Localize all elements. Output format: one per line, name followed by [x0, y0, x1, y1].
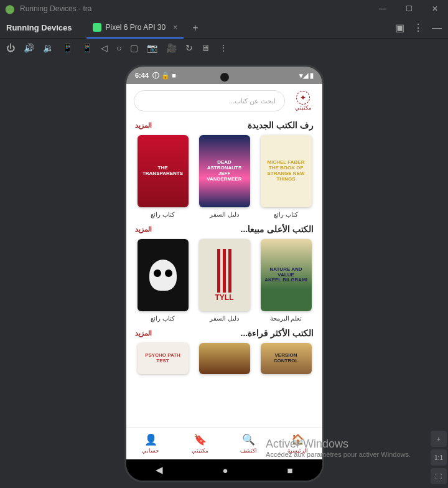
window-title: Running Devices - tra — [20, 4, 91, 13]
rotate-left-icon[interactable]: 📱 — [62, 43, 73, 53]
book-cover: PSYCHO PATH TEST — [138, 343, 189, 374]
android-nav-bar: ◀ ● ■ — [126, 459, 322, 481]
more-link[interactable]: المزيد — [135, 329, 152, 337]
bottom-nav-item[interactable]: 🔖مكتبتي — [175, 428, 225, 459]
tool-window-label: Running Devices — [6, 23, 72, 32]
home-icon[interactable]: ○ — [116, 43, 121, 53]
book-cover — [199, 343, 250, 374]
book-caption: كتاب رائع — [151, 315, 175, 322]
reload-icon[interactable]: ↻ — [185, 43, 193, 53]
tab-pixel6[interactable]: Pixel 6 Pro API 30 × — [86, 17, 184, 39]
book-caption: كتاب رائع — [151, 211, 175, 218]
nav-icon: 🔖 — [194, 433, 207, 446]
more-icon[interactable]: ⋮ — [219, 43, 228, 53]
section: الكتب الأعلى مبيعا...المزيدNATURE AND VA… — [126, 222, 322, 326]
app-screen: ✦ مكتبتي ابحث عن كتاب... رف الكتب الجديد… — [126, 84, 322, 459]
book-cover: VERSION CONTROL — [261, 343, 312, 374]
logo-icon: ✦ — [296, 91, 310, 105]
watermark-sub: Accédez aux paramètres pour activer Wind… — [266, 451, 411, 458]
section: الكتب الأكثر قراءة...المزيدVERSION CONTR… — [126, 326, 322, 378]
watermark-heading: Activer Windows — [266, 438, 411, 451]
record-icon[interactable]: 🎥 — [166, 43, 177, 53]
logo-label: مكتبتي — [295, 105, 312, 111]
camera-notch — [220, 73, 229, 82]
maximize-button[interactable]: ☐ — [396, 0, 422, 17]
book-card[interactable]: THE TRANSPARENTSكتاب رائع — [135, 135, 190, 218]
zoom-in-button[interactable]: + — [431, 431, 447, 447]
section-title: رف الكتب الجديدة — [248, 120, 314, 130]
book-card[interactable]: DEAD ASTRONAUTSJEFF VANDERMEERدليل السفر — [197, 135, 252, 218]
search-input[interactable]: ابحث عن كتاب... — [134, 90, 285, 111]
zoom-sidebar: + 1:1 ⛶ — [429, 431, 448, 484]
display-settings-icon[interactable]: 🖥 — [202, 43, 210, 53]
app-logo[interactable]: ✦ مكتبتي — [291, 91, 315, 111]
bottom-nav-item[interactable]: 👤حسابي — [126, 428, 175, 459]
more-link[interactable]: المزيد — [135, 121, 152, 129]
book-card[interactable]: VERSION CONTROL — [258, 343, 314, 374]
tab-bar: Running Devices Pixel 6 Pro API 30 × + ▣… — [0, 17, 448, 39]
android-studio-icon: ⬤ — [5, 4, 15, 14]
status-icons: ▾◢ ▮ — [299, 72, 314, 80]
section-title: الكتب الأكثر قراءة... — [241, 328, 314, 338]
zoom-11-button[interactable]: 1:1 — [431, 449, 447, 466]
volume-up-icon[interactable]: 🔊 — [24, 43, 34, 53]
rotate-right-icon[interactable]: 📱 — [82, 43, 92, 53]
zoom-fit-button[interactable]: ⛶ — [431, 468, 447, 484]
book-card[interactable]: كتاب رائع — [135, 239, 190, 322]
section-title: الكتب الأعلى مبيعا... — [241, 224, 314, 234]
overview-icon[interactable]: ▢ — [130, 43, 138, 53]
back-icon[interactable]: ◁ — [101, 43, 108, 53]
book-card[interactable] — [197, 343, 252, 374]
book-cover: DEAD ASTRONAUTSJEFF VANDERMEER — [199, 135, 250, 207]
book-caption: دليل السفر — [210, 211, 239, 218]
more-link[interactable]: المزيد — [135, 225, 152, 233]
nav-recent[interactable]: ■ — [287, 465, 292, 476]
device-frame: 6:44 ⓘ 🔒 ■ ▾◢ ▮ ✦ مكتبتي ابحث عن كتاب...… — [124, 65, 324, 482]
book-cover — [138, 239, 189, 311]
power-icon[interactable]: ⏻ — [6, 43, 15, 53]
close-tab-icon[interactable]: × — [173, 23, 177, 32]
tab-label: Pixel 6 Pro API 30 — [105, 23, 166, 32]
book-card[interactable]: PSYCHO PATH TEST — [135, 343, 190, 374]
book-card[interactable]: TYLLدليل السفر — [197, 239, 252, 322]
book-caption: تعلم البرمجة — [270, 315, 302, 322]
add-tab-button[interactable]: + — [192, 22, 198, 34]
minimize-button[interactable]: — — [370, 0, 396, 17]
search-placeholder: ابحث عن كتاب... — [229, 97, 276, 105]
book-card[interactable]: MICHEL FABERTHE BOOK OF STRANGE NEW THIN… — [258, 135, 314, 218]
book-card[interactable]: NATURE AND VALUEAKEEL BILGRAMIتعلم البرم… — [258, 239, 314, 322]
app-header: ✦ مكتبتي ابحث عن كتاب... — [126, 84, 322, 118]
book-cover: THE TRANSPARENTS — [138, 135, 189, 207]
book-cover: NATURE AND VALUEAKEEL BILGRAMI — [261, 239, 312, 311]
panel-menu-icon[interactable]: ⋮ — [413, 22, 423, 34]
book-cover: TYLL — [199, 239, 250, 311]
nav-label: اكتشف — [240, 448, 257, 454]
nav-label: مكتبتي — [192, 448, 208, 454]
nav-home[interactable]: ● — [222, 465, 228, 476]
nav-icon: 👤 — [144, 433, 157, 446]
windows-watermark: Activer Windows Accédez aux paramètres p… — [266, 438, 411, 458]
nav-label: حسابي — [142, 448, 159, 454]
book-caption: دليل السفر — [210, 315, 239, 322]
volume-down-icon[interactable]: 🔉 — [43, 43, 54, 53]
panel-options-icon[interactable]: ▣ — [395, 22, 404, 34]
nav-icon: 🔍 — [242, 433, 255, 446]
section: رف الكتب الجديدةالمزيدMICHEL FABERTHE BO… — [126, 118, 322, 222]
screenshot-icon[interactable]: 📷 — [147, 43, 157, 53]
hide-panel-icon[interactable]: — — [432, 22, 442, 34]
book-caption: كتاب رائع — [274, 211, 298, 218]
nav-back[interactable]: ◀ — [156, 464, 163, 476]
close-button[interactable]: ✕ — [422, 0, 448, 17]
device-icon — [93, 23, 101, 32]
window-controls: — ☐ ✕ — [370, 0, 448, 17]
status-time: 6:44 — [135, 72, 149, 79]
book-cover: MICHEL FABERTHE BOOK OF STRANGE NEW THIN… — [261, 135, 312, 207]
emulator-toolbar: ⏻ 🔊 🔉 📱 📱 ◁ ○ ▢ 📷 🎥 ↻ 🖥 ⋮ — [0, 39, 448, 57]
